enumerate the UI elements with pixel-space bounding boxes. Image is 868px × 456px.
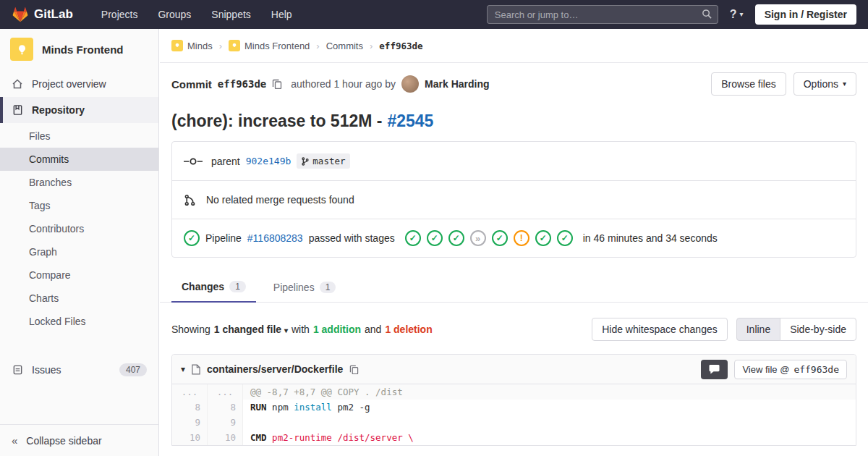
issue-link[interactable]: #2545: [387, 111, 433, 131]
stage-success-icon[interactable]: ✓: [535, 230, 551, 246]
no-mr-text: No related merge requests found: [206, 194, 354, 206]
stage-skipped-icon[interactable]: »: [470, 230, 486, 246]
copy-path-icon[interactable]: [349, 365, 359, 374]
merge-requests-row: No related merge requests found: [172, 180, 856, 219]
changes-count-badge: 1: [229, 281, 246, 292]
author-name[interactable]: Mark Harding: [425, 78, 489, 90]
stage-warning-icon[interactable]: !: [514, 230, 529, 246]
branch-icon: [302, 157, 309, 166]
project-avatar: [229, 40, 240, 51]
gitlab-home-link[interactable]: GitLab: [12, 6, 73, 23]
sidebar-item-files[interactable]: Files: [0, 124, 158, 148]
stage-success-icon[interactable]: ✓: [557, 230, 573, 246]
authored-text: authored 1 hour ago by: [291, 78, 396, 90]
changes-summary-bar: Showing 1 changed file ▾ with 1 addition…: [171, 318, 856, 341]
help-dropdown[interactable]: ? ▾: [730, 8, 744, 21]
repository-subnav: Files Commits Branches Tags Contributors…: [0, 123, 158, 337]
file-icon: [192, 364, 200, 375]
sidebar-item-commits[interactable]: Commits: [0, 148, 158, 171]
diff-code-row: 88RUN npm install pm2 -g: [172, 400, 856, 415]
tab-changes[interactable]: Changes 1: [171, 272, 256, 303]
new-line-number[interactable]: 9: [208, 415, 243, 430]
copy-sha-icon[interactable]: [272, 79, 282, 89]
sidebar-item-project-overview[interactable]: Project overview: [0, 71, 158, 97]
sidebar-item-issues[interactable]: Issues 407: [0, 356, 158, 384]
side-by-side-view-button[interactable]: Side-by-side: [780, 318, 856, 341]
sign-in-button[interactable]: Sign in / Register: [755, 4, 856, 25]
pipeline-status-icon[interactable]: ✓: [184, 230, 200, 246]
breadcrumb-separator: ›: [370, 41, 373, 51]
sidebar-item-locked-files[interactable]: Locked Files: [0, 310, 158, 333]
project-context-header[interactable]: Minds Frontend: [0, 29, 158, 71]
sidebar-item-charts[interactable]: Charts: [0, 287, 158, 310]
nav-groups[interactable]: Groups: [150, 5, 199, 24]
tab-pipelines[interactable]: Pipelines 1: [263, 272, 346, 302]
old-line-number[interactable]: 10: [172, 430, 208, 445]
chevron-down-icon: ▾: [740, 11, 744, 18]
issues-count-badge: 407: [119, 363, 147, 376]
sidebar-item-branches[interactable]: Branches: [0, 171, 158, 194]
search-input[interactable]: [487, 5, 718, 24]
breadcrumb-separator: ›: [219, 41, 222, 51]
nav-snippets[interactable]: Snippets: [203, 5, 258, 24]
search-icon[interactable]: [702, 9, 712, 20]
breadcrumb-project[interactable]: Minds Frontend: [229, 40, 310, 51]
pipeline-link[interactable]: #116808283: [247, 232, 303, 244]
stage-success-icon[interactable]: ✓: [405, 230, 421, 246]
stage-success-icon[interactable]: ✓: [492, 230, 508, 246]
showing-label: Showing: [171, 324, 210, 335]
diff-view-toggle: Inline Side-by-side: [736, 318, 856, 341]
nav-help[interactable]: Help: [263, 5, 300, 24]
sidebar-item-tags[interactable]: Tags: [0, 194, 158, 217]
sidebar-item-label: Issues: [32, 364, 61, 376]
options-dropdown-button[interactable]: Options ▾: [793, 72, 856, 96]
browse-files-button[interactable]: Browse files: [711, 72, 786, 96]
diff-code-row: 99: [172, 415, 856, 430]
commit-meta-box: parent 902e149b master No related merge …: [171, 141, 856, 258]
question-icon: ?: [730, 8, 737, 21]
nav-projects[interactable]: Projects: [93, 5, 146, 24]
pipeline-stages: ✓✓✓»✓!✓✓: [405, 230, 573, 246]
sidebar-item-repository[interactable]: Repository: [0, 97, 158, 123]
author-avatar[interactable]: [401, 75, 419, 93]
sidebar-project-name: Minds Frontend: [42, 43, 124, 56]
sidebar-item-compare[interactable]: Compare: [0, 263, 158, 287]
sidebar-item-graph[interactable]: Graph: [0, 240, 158, 263]
parent-label: parent: [211, 156, 240, 167]
collapse-sidebar-button[interactable]: « Collapse sidebar: [0, 424, 158, 456]
old-line-number[interactable]: ...: [172, 384, 208, 400]
new-line-number[interactable]: 10: [208, 430, 243, 445]
breadcrumb-separator: ›: [316, 41, 319, 51]
code-line: [243, 415, 856, 430]
new-line-number[interactable]: ...: [208, 384, 243, 400]
comment-icon: [709, 364, 720, 374]
changed-files-dropdown[interactable]: 1 changed file ▾: [214, 324, 288, 335]
commit-title: (chore): increase to 512M - #2545: [160, 111, 868, 131]
sidebar-item-label: Project overview: [32, 78, 106, 90]
breadcrumb-group[interactable]: Minds: [171, 40, 213, 51]
file-path[interactable]: containers/server/Dockerfile: [207, 363, 343, 375]
sidebar-item-label: Repository: [32, 104, 85, 116]
old-line-number[interactable]: 9: [172, 415, 208, 430]
commit-header: Commit eff963de authored 1 hour ago by M…: [160, 72, 868, 96]
toggle-comments-button[interactable]: [701, 360, 728, 379]
stage-success-icon[interactable]: ✓: [448, 230, 464, 246]
branch-badge[interactable]: master: [297, 153, 350, 169]
parent-sha-link[interactable]: 902e149b: [246, 156, 292, 166]
new-line-number[interactable]: 8: [208, 400, 243, 415]
inline-view-button[interactable]: Inline: [736, 318, 780, 341]
code-line: @@ -8,7 +8,7 @@ COPY . /dist: [243, 384, 856, 400]
collapse-diff-icon[interactable]: ▾: [181, 364, 185, 374]
tanuki-logo-icon: [12, 6, 29, 23]
issues-icon: [12, 364, 23, 376]
commit-icon: [184, 156, 203, 166]
view-file-button[interactable]: View file @ eff963de: [734, 360, 847, 379]
home-icon: [12, 78, 23, 90]
old-line-number[interactable]: 8: [172, 400, 208, 415]
breadcrumb-commits[interactable]: Commits: [326, 41, 363, 51]
hide-whitespace-button[interactable]: Hide whitespace changes: [592, 318, 728, 341]
sidebar-item-contributors[interactable]: Contributors: [0, 217, 158, 240]
breadcrumb: Minds › Minds Frontend › Commits › eff96…: [160, 29, 868, 63]
diff-hunk-row: ......@@ -8,7 +8,7 @@ COPY . /dist: [172, 384, 856, 400]
stage-success-icon[interactable]: ✓: [427, 230, 443, 246]
